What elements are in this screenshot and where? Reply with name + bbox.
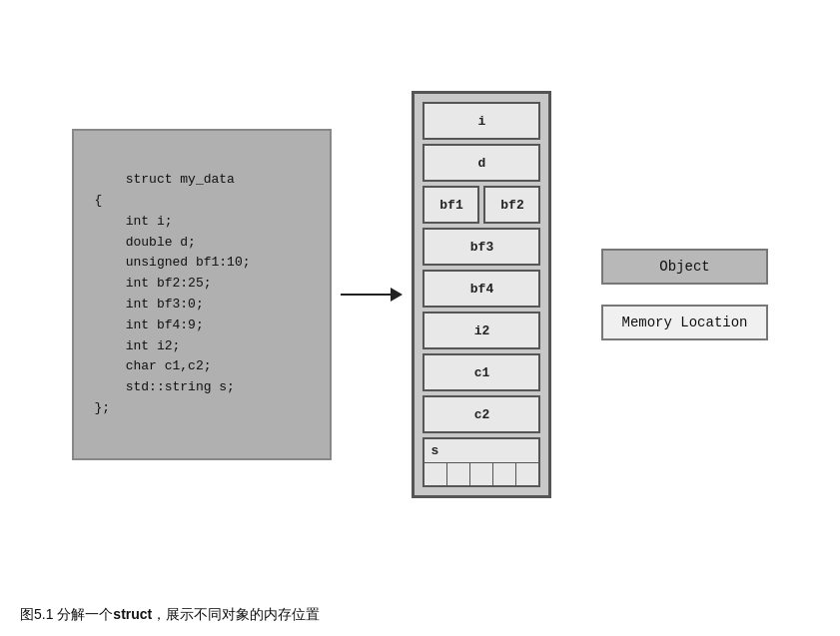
cell-i: i	[422, 102, 540, 140]
row-bf1-bf2: bf1 bf2	[422, 186, 540, 224]
row-bf3: bf3	[422, 228, 540, 266]
caption-prefix: 图5.1 分解一个	[20, 606, 113, 622]
cell-bf3: bf3	[422, 228, 540, 266]
s-grid-col-4	[493, 463, 516, 485]
cell-bf4: bf4	[422, 270, 540, 308]
cell-bf2: bf2	[483, 186, 540, 224]
arrow-container	[332, 288, 412, 302]
cell-s-grid	[424, 462, 538, 485]
code-block: struct my_data { int i; double d; unsign…	[72, 129, 332, 459]
row-bf4: bf4	[422, 270, 540, 308]
code-text: struct my_data { int i; double d; unsign…	[94, 172, 250, 415]
cell-c1: c1	[422, 353, 540, 391]
s-grid-col-2	[447, 463, 470, 485]
cell-s: s	[422, 437, 540, 487]
cell-d: d	[422, 144, 540, 182]
row-d: d	[422, 144, 540, 182]
arrow-head	[391, 288, 403, 302]
s-grid-col-3	[470, 463, 493, 485]
row-i2: i2	[422, 312, 540, 349]
legend-object: Object	[601, 249, 767, 285]
legend-container: Object Memory Location	[601, 249, 767, 340]
row-s: s	[422, 437, 540, 487]
cell-bf1: bf1	[422, 186, 479, 224]
memory-structure: i d bf1 bf2 bf3 bf4 i2 c1 c2 s	[412, 91, 551, 498]
caption-suffix: ，展示不同对象的内存位置	[152, 606, 320, 622]
caption-bold-word: struct	[113, 606, 152, 622]
row-c2: c2	[422, 395, 540, 433]
main-container: struct my_data { int i; double d; unsign…	[0, 0, 840, 589]
row-i: i	[422, 102, 540, 140]
arrow-line	[341, 294, 391, 296]
caption: 图5.1 分解一个struct，展示不同对象的内存位置	[20, 606, 320, 624]
s-grid-col-5	[516, 463, 538, 485]
cell-c2: c2	[422, 395, 540, 433]
s-grid-col-1	[424, 463, 447, 485]
row-c1: c1	[422, 353, 540, 391]
cell-s-label: s	[424, 439, 538, 462]
arrow	[341, 288, 403, 302]
legend-memory-location: Memory Location	[601, 305, 767, 340]
cell-i2: i2	[422, 312, 540, 349]
